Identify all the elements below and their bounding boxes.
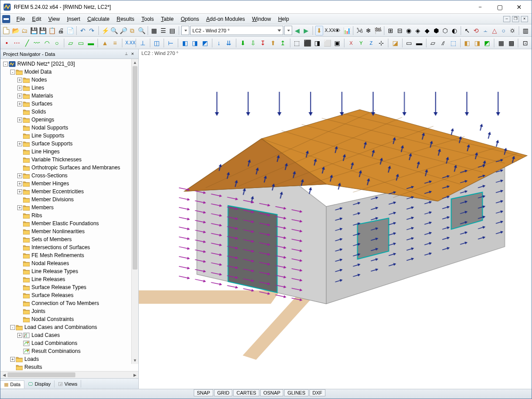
tree-item-line-supports[interactable]: Line Supports — [1, 132, 138, 140]
expand-icon[interactable]: + — [17, 94, 22, 98]
menu-tools[interactable]: Tools — [138, 15, 157, 23]
close-panel-icon[interactable]: × — [129, 51, 136, 57]
next-lc-button[interactable]: ▶ — [302, 26, 310, 35]
mass-tool-1[interactable]: ◧ — [180, 38, 190, 48]
tree-item-materials[interactable]: +Materials — [1, 92, 138, 100]
section-tool-1[interactable]: ⊥ — [138, 38, 148, 48]
render-2-button[interactable]: ▬ — [415, 38, 424, 48]
tree-results[interactable]: Results — [1, 363, 138, 371]
prev-lc-button[interactable]: ◀ — [293, 26, 301, 35]
expand-icon[interactable]: - — [10, 70, 15, 74]
grid-settings-button[interactable]: ⊟ — [395, 26, 403, 35]
tables-button[interactable]: ▦ — [150, 26, 158, 35]
tree-item-nodal-releases[interactable]: Nodal Releases — [1, 259, 138, 267]
menu-view[interactable]: View — [45, 15, 63, 23]
menu-insert[interactable]: Insert — [63, 15, 84, 23]
load-tool-2[interactable]: ⇊ — [224, 38, 234, 48]
scroll-up-button[interactable]: ▲ — [132, 59, 138, 66]
h-scroll-thumb[interactable] — [8, 372, 75, 377]
minimize-button[interactable]: － — [470, 1, 490, 13]
solid-3-button[interactable]: ◩ — [483, 38, 492, 48]
tree-item-line-release-types[interactable]: Line Release Types — [1, 267, 138, 275]
print-button[interactable]: 🖨 — [57, 26, 65, 35]
polyline-tool[interactable]: 〰 — [32, 38, 42, 48]
calculate-button[interactable]: ⚡ — [101, 26, 109, 35]
model-1-button[interactable]: ▱ — [429, 38, 438, 48]
loadcase-dropdown[interactable]: LC2 - Wind 270 ° — [190, 26, 283, 35]
load-tool-5[interactable]: ↧ — [258, 38, 268, 48]
zoom-out-button[interactable]: 🔍 — [137, 26, 145, 35]
menu-add-on-modules[interactable]: Add-on Modules — [203, 15, 248, 23]
surface-tool[interactable]: ▭ — [76, 38, 86, 48]
circle-tool[interactable]: ○ — [52, 38, 62, 48]
tree-item-member-eccentricities[interactable]: +Member Eccentricities — [1, 188, 138, 196]
tab-data[interactable]: ▦Data — [0, 380, 24, 388]
status-dxf[interactable]: DXF — [309, 389, 325, 396]
tree-item-openings[interactable]: +Openings — [1, 116, 138, 124]
tree-item-nodes[interactable]: +Nodes — [1, 76, 138, 84]
report-button[interactable]: 📄 — [66, 26, 74, 35]
menu-results[interactable]: Results — [113, 15, 138, 23]
show-results-button[interactable]: 👁 — [333, 26, 341, 35]
node-list-tool[interactable]: ⋯ — [12, 38, 22, 48]
support-tool[interactable]: ▲ — [100, 38, 110, 48]
new-file-button[interactable] — [2, 26, 10, 35]
loadcase-nav-dropdown[interactable] — [284, 26, 292, 35]
close-button[interactable]: ✕ — [509, 1, 529, 13]
tree-item-member-elastic-foundations[interactable]: Member Elastic Foundations — [1, 219, 138, 227]
grid-button[interactable]: ⊞ — [387, 26, 395, 35]
pin-icon[interactable]: ⟂ — [123, 51, 129, 57]
last-tool-button[interactable]: ⊡ — [520, 38, 530, 48]
menu-options[interactable]: Options — [177, 15, 203, 23]
tree-item-member-hinges[interactable]: +Member Hinges — [1, 180, 138, 188]
tree-item-intersections-of-surfaces[interactable]: Intersections of Surfaces — [1, 243, 138, 251]
horizontal-scrollbar[interactable]: ◀ ▶ — [0, 371, 138, 378]
status-glines[interactable]: GLINES — [284, 389, 308, 396]
mesh-2-button[interactable]: ▩ — [507, 38, 516, 48]
status-snap[interactable]: SNAP — [194, 389, 213, 396]
axis-x-button[interactable]: X — [347, 38, 356, 48]
arc-tool[interactable]: ◠ — [42, 38, 51, 48]
expand-icon[interactable]: - — [3, 62, 8, 66]
tree-item-sets-of-members[interactable]: Sets of Members — [1, 235, 138, 243]
tree-item-member-nonlinearities[interactable]: Member Nonlinearities — [1, 227, 138, 235]
open-button[interactable]: 📂 — [11, 26, 19, 35]
expand-icon[interactable]: + — [17, 117, 22, 122]
open-project-button[interactable]: 🗂 — [20, 26, 28, 35]
expand-icon[interactable]: + — [17, 189, 22, 194]
mesh-1-button[interactable]: ▦ — [497, 38, 506, 48]
zoom-window-button[interactable]: ⧉ — [128, 26, 136, 35]
load-tool-6[interactable]: ⬆ — [268, 38, 278, 48]
status-cartes[interactable]: CARTES — [233, 389, 259, 396]
expand-icon[interactable]: + — [17, 333, 22, 338]
load-tool-1[interactable]: ↓ — [214, 38, 223, 48]
expand-icon[interactable]: + — [17, 102, 22, 106]
loadcase-type-dropdown[interactable] — [181, 26, 189, 35]
vertical-scrollbar[interactable]: ▲ ▼ — [131, 59, 138, 364]
opening-tool[interactable]: ◫ — [153, 38, 162, 48]
line-support-tool[interactable]: ≡ — [110, 38, 120, 48]
tab-views[interactable]: ◲Views — [55, 380, 81, 387]
model-2-button[interactable]: ⫽ — [438, 38, 448, 48]
tree-item-solids[interactable]: Solids — [1, 108, 138, 116]
section-tool-2[interactable]: ⊢ — [166, 38, 176, 48]
load-tool-3[interactable]: ⬇ — [239, 38, 248, 48]
node-tool[interactable]: • — [2, 38, 12, 48]
save-all-button[interactable]: 💾 — [39, 26, 47, 35]
module-3-button[interactable]: ◆ — [423, 26, 431, 35]
show-values-button[interactable]: X.XX — [324, 26, 332, 35]
mdi-restore-button[interactable]: ❐ — [512, 16, 519, 22]
tree-load-cases-combos[interactable]: -Load Cases and Combinations — [1, 323, 138, 331]
tree-item-fe-mesh-refinements[interactable]: FE Mesh Refinements — [1, 251, 138, 259]
menu-edit[interactable]: Edit — [28, 15, 45, 23]
view-y-button[interactable]: ◨ — [313, 38, 322, 48]
results-panel-button[interactable]: 📊 — [342, 26, 350, 35]
tree-item-member-divisions[interactable]: Member Divisions — [1, 196, 138, 203]
tree-item-joints[interactable]: Joints — [1, 307, 138, 315]
tree-item-line-hinges[interactable]: Line Hinges — [1, 148, 138, 156]
expand-icon[interactable]: + — [10, 357, 15, 362]
copy-button[interactable]: 📋 — [47, 26, 55, 35]
scroll-down-button[interactable]: ▼ — [132, 357, 138, 364]
scroll-thumb[interactable] — [133, 66, 137, 270]
mdi-close-button[interactable]: × — [521, 16, 528, 22]
